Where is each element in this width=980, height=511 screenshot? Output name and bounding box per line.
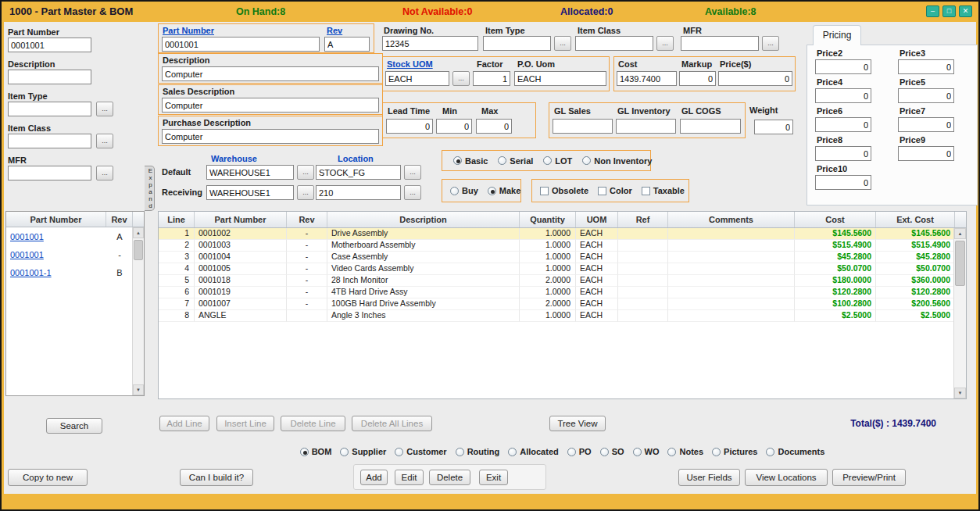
col-ext-cost[interactable]: Ext. Cost: [876, 212, 955, 227]
cost-field[interactable]: [617, 71, 677, 86]
factor-field[interactable]: [473, 71, 510, 86]
gl-sales-field[interactable]: [553, 119, 613, 134]
search-mfr-input[interactable]: [8, 166, 91, 180]
price-field[interactable]: [718, 71, 792, 86]
price9-field[interactable]: [898, 146, 954, 161]
mfr-field[interactable]: [681, 36, 759, 51]
tab-pricing[interactable]: Pricing: [813, 25, 861, 45]
table-row[interactable]: 40001005-Video Cards Assembly1.0000EACH$…: [159, 263, 966, 275]
default-location-lookup-button[interactable]: ...: [404, 165, 421, 180]
radio-buy[interactable]: Buy: [450, 186, 478, 195]
col-quantity[interactable]: Quantity: [520, 212, 576, 227]
scroll-down-icon[interactable]: ▼: [954, 388, 966, 398]
part-link[interactable]: 0001001-1: [6, 268, 106, 277]
col-uom[interactable]: UOM: [576, 212, 618, 227]
default-warehouse-lookup-button[interactable]: ...: [297, 165, 314, 180]
delete-all-lines-button[interactable]: Delete All Lines: [352, 416, 432, 431]
part-link[interactable]: 0001001: [6, 232, 106, 241]
purchase-description-field[interactable]: [162, 129, 379, 144]
expand-tab[interactable]: Expand: [145, 166, 155, 211]
search-item-class-input[interactable]: [8, 134, 91, 148]
delete-button[interactable]: Delete: [429, 470, 470, 485]
scrollbar-thumb[interactable]: [134, 240, 143, 260]
search-button[interactable]: Search: [46, 418, 102, 434]
radio-lot[interactable]: LOT: [543, 156, 572, 166]
col-description[interactable]: Description: [327, 212, 520, 227]
price4-field[interactable]: [815, 88, 871, 103]
nav-customer[interactable]: Customer: [395, 447, 446, 456]
price2-field[interactable]: [815, 59, 871, 74]
exit-button[interactable]: Exit: [479, 470, 508, 485]
table-row[interactable]: 10001002-Drive Assembly1.0000EACH$145.56…: [159, 228, 966, 240]
scroll-up-icon[interactable]: ▲: [133, 227, 144, 238]
nav-pictures[interactable]: Pictures: [712, 447, 757, 456]
can-i-build-it-button[interactable]: Can I build it?: [180, 469, 253, 486]
item-class-field[interactable]: [575, 36, 653, 51]
nav-wo[interactable]: WO: [633, 447, 660, 456]
add-button[interactable]: Add: [360, 470, 388, 485]
table-row[interactable]: 20001003-Motherboard Assembly1.0000EACH$…: [159, 240, 966, 252]
edit-button[interactable]: Edit: [395, 470, 424, 485]
view-locations-button[interactable]: View Locations: [745, 469, 828, 486]
price3-field[interactable]: [898, 59, 954, 74]
price10-field[interactable]: [815, 175, 871, 190]
receiving-location-field[interactable]: [316, 185, 401, 200]
user-fields-button[interactable]: User Fields: [678, 469, 740, 486]
markup-field[interactable]: [679, 71, 716, 86]
nav-supplier[interactable]: Supplier: [340, 447, 386, 456]
default-location-field[interactable]: [316, 165, 401, 180]
radio-basic[interactable]: Basic: [453, 156, 488, 166]
part-number-field[interactable]: [162, 37, 320, 52]
col-ref[interactable]: Ref: [618, 212, 668, 227]
col-part-number[interactable]: Part Number: [195, 212, 287, 227]
table-row[interactable]: 70001007-100GB Hard Drive Assembly2.0000…: [159, 298, 966, 310]
price8-field[interactable]: [815, 146, 871, 161]
list-item[interactable]: 0001001 -: [6, 245, 144, 263]
table-row[interactable]: 8ANGLEAngle 3 Inches1.0000EACH$2.5000$2.…: [159, 310, 966, 322]
maximize-icon[interactable]: □: [942, 5, 956, 17]
item-class-lookup-button[interactable]: ...: [656, 36, 674, 51]
scroll-down-icon[interactable]: ▼: [133, 384, 144, 395]
po-uom-field[interactable]: [514, 71, 606, 86]
drawing-no-field[interactable]: [382, 36, 478, 51]
mfr-lookup-button[interactable]: ...: [762, 36, 779, 51]
tree-view-button[interactable]: Tree View: [549, 416, 606, 431]
list-scrollbar[interactable]: ▲ ▼: [132, 227, 144, 395]
price7-field[interactable]: [898, 117, 954, 132]
price5-field[interactable]: [898, 88, 954, 103]
nav-bom[interactable]: BOM: [300, 447, 332, 456]
search-item-class-lookup-button[interactable]: ...: [96, 134, 113, 148]
radio-make[interactable]: Make: [488, 186, 521, 195]
radio-non-inventory[interactable]: Non Inventory: [582, 156, 652, 166]
scrollbar-thumb[interactable]: [955, 241, 965, 286]
list-item[interactable]: 0001001 A: [6, 227, 144, 245]
weight-field[interactable]: [754, 120, 793, 134]
col-rev[interactable]: Rev: [287, 212, 327, 227]
rev-column-header[interactable]: Rev: [106, 212, 133, 227]
search-part-number-input[interactable]: [8, 38, 91, 52]
receiving-location-lookup-button[interactable]: ...: [404, 185, 421, 200]
part-link[interactable]: 0001001: [6, 250, 106, 259]
table-row[interactable]: 30001004-Case Assembly1.0000EACH$45.2800…: [159, 252, 966, 263]
description-field[interactable]: [162, 66, 379, 81]
table-row[interactable]: 60001019-4TB Hard Drive Assy1.0000EACH$1…: [159, 287, 966, 298]
sales-description-field[interactable]: [162, 98, 379, 113]
checkbox-taxable[interactable]: Taxable: [642, 186, 685, 195]
item-type-lookup-button[interactable]: ...: [554, 36, 571, 51]
checkbox-obsolete[interactable]: Obsolete: [540, 186, 588, 195]
delete-line-button[interactable]: Delete Line: [281, 416, 345, 431]
max-field[interactable]: [476, 119, 512, 134]
table-row[interactable]: 50001018-28 Inch Monitor2.0000EACH$180.0…: [159, 275, 966, 287]
radio-serial[interactable]: Serial: [498, 156, 533, 166]
search-item-type-input[interactable]: [8, 102, 91, 116]
min-field[interactable]: [436, 119, 472, 134]
search-item-type-lookup-button[interactable]: ...: [96, 102, 113, 116]
gl-inventory-field[interactable]: [616, 119, 676, 134]
stock-uom-label[interactable]: Stock UOM: [387, 59, 433, 69]
search-mfr-lookup-button[interactable]: ...: [96, 166, 113, 180]
col-comments[interactable]: Comments: [668, 212, 795, 227]
col-cost[interactable]: Cost: [795, 212, 876, 227]
checkbox-color[interactable]: Color: [598, 186, 632, 195]
part-number-column-header[interactable]: Part Number: [6, 212, 106, 227]
close-icon[interactable]: ✕: [959, 5, 972, 17]
